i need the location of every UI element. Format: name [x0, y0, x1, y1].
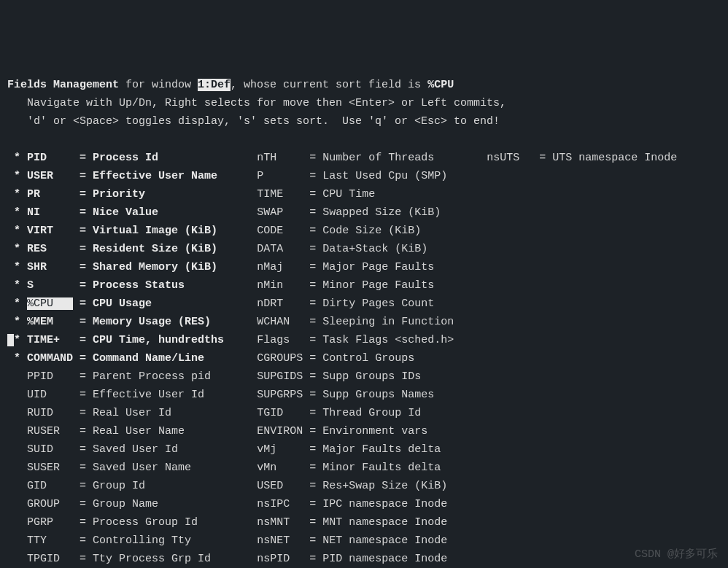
field-row[interactable]: TTY = Controlling Tty nsNET = NET namesp… [7, 532, 721, 550]
field-row[interactable]: * USER = Effective User Name P = Last Us… [7, 167, 721, 185]
field-row[interactable]: GID = Group Id USED = Res+Swap Size (KiB… [7, 477, 721, 495]
toggle-marker [14, 407, 27, 419]
field-row[interactable]: RUID = Real User Id TGID = Thread Group … [7, 404, 721, 422]
toggle-marker [244, 352, 257, 365]
field-desc: Control Groups [322, 352, 454, 365]
field-row[interactable]: RUSER = Real User Name ENVIRON = Environ… [7, 422, 721, 440]
toggle-marker [244, 152, 257, 164]
toggle-marker: * [14, 316, 27, 328]
field-name: NI [27, 206, 73, 219]
field-row[interactable]: GROUP = Group Name nsIPC = IPC namespace… [7, 495, 721, 513]
field-name: %MEM [27, 316, 73, 328]
nav-help-line: Navigate with Up/Dn, Right selects for m… [7, 97, 506, 109]
toggle-marker [14, 389, 27, 401]
equals: = [303, 389, 322, 401]
equals: = [303, 316, 322, 328]
field-name: ENVIRON [257, 425, 303, 437]
field-desc: Dirty Pages Count [322, 297, 454, 310]
equals: = [73, 225, 93, 237]
field-desc: Real User Name [93, 425, 224, 437]
field-name: nTH [257, 152, 303, 164]
toggle-marker [244, 279, 257, 292]
field-name: TIME+ [27, 334, 73, 346]
field-row[interactable]: * SHR = Shared Memory (KiB) nMaj = Major… [7, 258, 721, 276]
field-name: P [257, 170, 303, 182]
field-row[interactable]: PGRP = Process Group Id nsMNT = MNT name… [7, 513, 721, 532]
toggle-marker [14, 498, 27, 510]
equals: = [73, 279, 93, 292]
field-row[interactable]: PPID = Parent Process pid SUPGIDS = Supp… [7, 367, 721, 386]
field-name: nDRT [257, 297, 303, 310]
field-desc: Process Status [93, 279, 224, 292]
toggle-marker: * [14, 297, 27, 310]
field-name: WCHAN [257, 316, 303, 328]
field-row[interactable]: * PID = Process Id nTH = Number of Threa… [7, 149, 721, 167]
equals: = [73, 516, 93, 529]
field-desc: Group Name [93, 498, 224, 510]
toggle-marker: * [14, 352, 27, 365]
field-desc: Shared Memory (KiB) [93, 261, 224, 273]
field-name: GROUP [27, 498, 73, 510]
field-row[interactable]: TPGID = Tty Process Grp Id nsPID = PID n… [7, 550, 721, 568]
field-desc: IPC namespace Inode [322, 498, 454, 510]
field-row[interactable]: * PR = Priority TIME = CPU Time [7, 185, 721, 203]
field-desc: Tty Process Grp Id [93, 553, 224, 565]
cursor-cell [7, 480, 14, 492]
equals: = [73, 334, 93, 346]
equals: = [303, 243, 322, 255]
field-row[interactable]: UID = Effective User Id SUPGRPS = Supp G… [7, 386, 721, 404]
toggle-marker: * [14, 152, 27, 164]
field-row[interactable]: * VIRT = Virtual Image (KiB) CODE = Code… [7, 222, 721, 240]
field-desc: Saved User Name [93, 462, 224, 474]
field-row[interactable]: SUID = Saved User Id vMj = Major Faults … [7, 440, 721, 459]
field-row[interactable]: * RES = Resident Size (KiB) DATA = Data+… [7, 240, 721, 258]
current-sort-field: %CPU [427, 79, 454, 91]
equals: = [73, 206, 93, 219]
field-desc: MNT namespace Inode [322, 516, 454, 529]
header-text: for window [119, 79, 198, 91]
equals: = [73, 498, 93, 510]
equals: = [73, 261, 93, 273]
field-desc: Nice Value [93, 206, 224, 219]
toggle-marker [244, 443, 257, 456]
equals: = [533, 152, 552, 164]
equals: = [73, 553, 93, 565]
field-name: S [27, 279, 73, 292]
field-row[interactable]: * S = Process Status nMin = Minor Page F… [7, 276, 721, 295]
equals: = [303, 206, 322, 219]
toggle-marker [14, 553, 27, 565]
field-row[interactable]: * COMMAND = Command Name/Line CGROUPS = … [7, 349, 721, 367]
toggle-marker [244, 389, 257, 401]
equals: = [73, 425, 93, 437]
cursor-cell [7, 443, 14, 456]
field-desc: Task Flags <sched.h> [322, 334, 454, 346]
field-name: PID [27, 152, 73, 164]
equals: = [303, 407, 322, 419]
header-title: Fields Management [7, 79, 119, 91]
equals: = [73, 152, 93, 164]
equals: = [303, 225, 322, 237]
field-desc: NET namespace Inode [322, 534, 454, 547]
toggle-marker [244, 370, 257, 383]
field-row[interactable]: * %MEM = Memory Usage (RES) WCHAN = Slee… [7, 313, 721, 331]
field-name: SUID [27, 443, 73, 456]
equals: = [303, 498, 322, 510]
terminal-output[interactable]: Fields Management for window 1:Def, whos… [7, 76, 721, 568]
toggle-marker [244, 297, 257, 310]
field-desc: Effective User Name [93, 170, 224, 182]
field-desc: CPU Usage [93, 297, 224, 310]
toggle-marker [244, 170, 257, 182]
field-name: CODE [257, 225, 303, 237]
equals: = [73, 480, 93, 492]
field-row[interactable]: * %CPU = CPU Usage nDRT = Dirty Pages Co… [7, 295, 721, 313]
field-name: PPID [27, 370, 73, 383]
field-row[interactable]: * TIME+ = CPU Time, hundredths Flags = T… [7, 331, 721, 349]
field-row[interactable]: * NI = Nice Value SWAP = Swapped Size (K… [7, 203, 721, 222]
field-row[interactable]: SUSER = Saved User Name vMn = Minor Faul… [7, 459, 721, 477]
cursor-cell [7, 553, 14, 565]
field-desc: Minor Page Faults [322, 279, 454, 292]
nav-help-line: 'd' or <Space> toggles display, 's' sets… [7, 115, 500, 128]
toggle-marker: * [14, 225, 27, 237]
equals: = [73, 407, 93, 419]
field-desc: Last Used Cpu (SMP) [322, 170, 454, 182]
